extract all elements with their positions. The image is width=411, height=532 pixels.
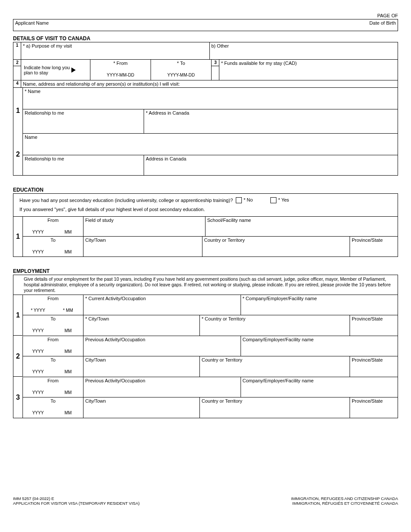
visit-num-3: 3 [212,60,219,66]
emp-from-yyyy[interactable] [23,302,53,308]
edu-school[interactable]: School/Facility name [206,217,398,236]
edu-sub: If you answered "yes", give full details… [19,207,392,212]
dept-en: IMMIGRATION, REFUGEES AND CITIZENSHIP CA… [291,496,398,501]
emp-country[interactable]: Country or Territory [200,356,350,377]
from-input[interactable] [90,67,151,73]
emp-mm2: MM [53,369,83,374]
emp-city[interactable]: * City/Town [83,315,200,336]
dob-label: Date of Birth [337,19,398,31]
emp-yyyy2: YYYY [23,328,53,333]
emp-activity[interactable]: Previous Activity/Occupation [83,336,241,356]
emp-employer[interactable]: Company/Employer/Facility name [241,377,398,397]
p1-addr[interactable]: * Address in Canada [144,109,398,133]
p1-name[interactable]: * Name [23,88,398,109]
emp-country[interactable]: Country or Territory [200,397,350,418]
edu-mm1: MM [53,230,83,234]
edu-city[interactable]: City/Town [83,237,202,256]
edu-to-mm[interactable] [53,244,83,250]
emp-instructions: Give details of your employment for the … [13,275,398,295]
emp-employer[interactable]: Company/Employer/Facility name [241,336,398,356]
other-label[interactable]: b) Other [210,42,398,60]
education-title: EDUCATION [13,187,398,194]
emp-to-yyyy[interactable] [23,322,53,328]
emp-to: To [23,356,83,363]
p2-name[interactable]: Name [23,134,398,155]
visit-num-1: 1 [13,42,21,48]
emp-mm2: MM [53,410,83,415]
emp-row-num: 2 [13,336,23,377]
visit-num-2: 2 [13,60,21,66]
emp-mm2: MM [53,328,83,333]
persons-label: Name, address and relationship of any pe… [21,80,398,88]
emp-to-yyyy[interactable] [23,363,53,369]
emp-from-yyyy[interactable] [23,384,53,390]
visit-num-4: 4 [13,80,21,87]
emp-city[interactable]: City/Town [83,397,200,418]
edu-to: To [23,237,83,244]
employment-title: EMPLOYMENT [13,268,398,275]
emp-activity[interactable]: * Current Activity/Occupation [83,295,241,315]
emp-from: From [23,295,83,302]
purpose-label[interactable]: * a) Purpose of my visit [21,42,210,60]
to-format: YYYY-MM-DD [151,73,211,77]
edu-row-num: 1 [13,217,23,256]
edu-prov[interactable]: Province/State [350,237,398,256]
edu-from-yyyy[interactable] [23,224,53,230]
header-row: Applicant Name Date of Birth [13,19,398,31]
emp-activity[interactable]: Previous Activity/Occupation [83,377,241,397]
edu-country[interactable]: Country or Territory [202,237,350,256]
edu-no-checkbox[interactable] [236,197,242,203]
emp-yyyy: * YYYY [23,308,53,313]
emp-row-num: 1 [13,295,23,336]
p2-rel[interactable]: Relationship to me [23,155,144,175]
emp-mm: MM [53,349,83,354]
footer: IMM 5257 (04-2022) E APPLICATION FOR VIS… [13,496,398,506]
arrow-icon [71,67,76,73]
emp-from-mm[interactable] [53,343,83,349]
to-label: * To [151,60,211,67]
from-label: * From [90,60,151,67]
dept-fr: IMMIGRATION, RÉFUGIÉS ET CITOYENNETÉ CAN… [291,501,398,506]
edu-yyyy1: YYYY [23,230,53,234]
to-input[interactable] [151,67,211,73]
emp-prov[interactable]: Province/State [350,397,398,418]
edu-to-yyyy[interactable] [23,244,53,250]
p1-rel[interactable]: Relationship to me [23,109,144,133]
person-1-num: 1 [13,88,23,134]
page-number: PAGE OF [13,13,398,18]
emp-yyyy: YYYY [23,349,53,354]
edu-no-label: * No [244,197,253,202]
edu-mm2: MM [53,250,83,254]
emp-from-mm[interactable] [53,302,83,308]
emp-mm: * MM [53,308,83,313]
edu-yyyy2: YYYY [23,250,53,254]
emp-country[interactable]: * Country or Territory [200,315,350,336]
visit-section-title: DETAILS OF VISIT TO CANADA [13,35,398,42]
emp-employer[interactable]: * Company/Employer/Facility name [241,295,398,315]
emp-to: To [23,315,83,322]
applicant-name-label: Applicant Name [13,19,337,31]
emp-prov[interactable]: Province/State [350,356,398,377]
form-title: APPLICATION FOR VISITOR VISA (TEMPORARY … [13,501,140,506]
emp-from-yyyy[interactable] [23,343,53,349]
emp-yyyy: YYYY [23,390,53,395]
emp-prov[interactable]: Province/State [350,315,398,336]
emp-to-mm[interactable] [53,404,83,410]
edu-question: Have you had any post secondary educatio… [19,198,236,203]
funds-label[interactable]: * Funds available for my stay (CAD) [219,60,398,80]
emp-to: To [23,397,83,404]
p2-addr[interactable]: Address in Canada [144,155,398,175]
emp-yyyy2: YYYY [23,369,53,374]
edu-field[interactable]: Field of study [83,217,206,236]
emp-city[interactable]: City/Town [83,356,200,377]
emp-from-mm[interactable] [53,384,83,390]
emp-from: From [23,377,83,384]
emp-to-mm[interactable] [53,363,83,369]
edu-from-mm[interactable] [53,224,83,230]
edu-yes-checkbox[interactable] [270,197,276,203]
emp-to-mm[interactable] [53,322,83,328]
edu-from: From [23,217,83,224]
from-format: YYYY-MM-DD [90,73,151,77]
emp-row-num: 3 [13,377,23,418]
emp-to-yyyy[interactable] [23,404,53,410]
